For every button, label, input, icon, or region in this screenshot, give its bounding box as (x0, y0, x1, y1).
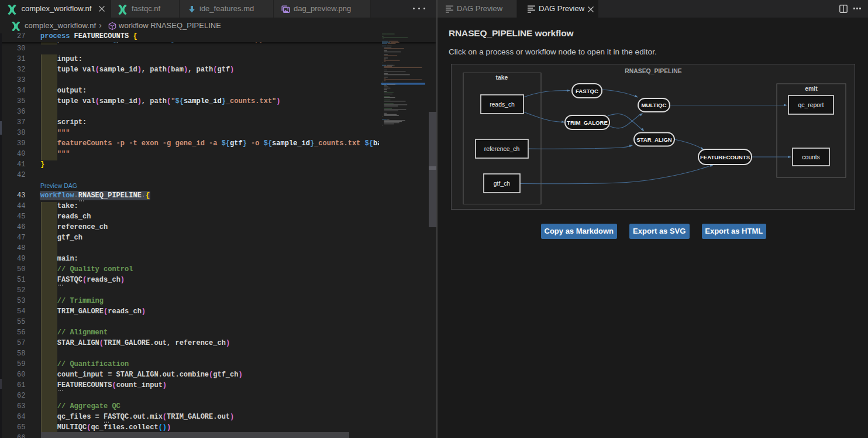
svg-text:emit: emit (805, 85, 818, 92)
svg-text:reference_ch: reference_ch (484, 146, 519, 152)
svg-text:qc_report: qc_report (798, 102, 824, 108)
svg-text:reads_ch: reads_ch (490, 101, 515, 108)
svg-text:MULTIQC: MULTIQC (641, 102, 666, 108)
svg-text:STAR_ALIGN: STAR_ALIGN (636, 136, 672, 143)
svg-text:TRIM_GALORE: TRIM_GALORE (567, 119, 608, 126)
svg-text:FEATURECOUNTS: FEATURECOUNTS (700, 154, 750, 160)
svg-text:gtf_ch: gtf_ch (493, 180, 510, 187)
svg-text:FASTQC: FASTQC (576, 88, 598, 94)
svg-text:RNASEQ_PIPELINE: RNASEQ_PIPELINE (625, 68, 682, 74)
svg-text:counts: counts (802, 154, 820, 160)
svg-text:take: take (495, 74, 508, 81)
